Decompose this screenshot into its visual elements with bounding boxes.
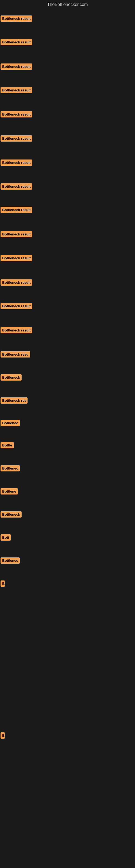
- bottleneck-badge-4[interactable]: Bottleneck result: [1, 87, 32, 93]
- bottleneck-item-10[interactable]: Bottleneck result: [1, 231, 32, 239]
- bottleneck-item-23[interactable]: Bott: [1, 534, 11, 542]
- bottleneck-badge-1[interactable]: Bottleneck result: [1, 16, 32, 22]
- bottleneck-item-13[interactable]: Bottleneck result: [1, 303, 32, 310]
- bottleneck-item-12[interactable]: Bottleneck result: [1, 279, 32, 287]
- bottleneck-badge-8[interactable]: Bottleneck result: [1, 183, 32, 190]
- bottleneck-item-6[interactable]: Bottleneck result: [1, 135, 32, 143]
- bottleneck-item-4[interactable]: Bottleneck result: [1, 87, 32, 94]
- bottleneck-badge-21[interactable]: Bottlene: [1, 488, 18, 495]
- bottleneck-item-17[interactable]: Bottleneck res: [1, 397, 28, 405]
- bottleneck-badge-23[interactable]: Bott: [1, 534, 11, 540]
- bottleneck-badge-10[interactable]: Bottleneck result: [1, 231, 32, 237]
- bottleneck-item-24[interactable]: Bottlenec: [1, 557, 20, 565]
- bottleneck-badge-22[interactable]: Bottleneck: [1, 511, 21, 518]
- bottleneck-badge-9[interactable]: Bottleneck result: [1, 207, 32, 213]
- bottleneck-badge-19[interactable]: Bottle: [1, 442, 14, 448]
- bottleneck-badge-12[interactable]: Bottleneck result: [1, 279, 32, 286]
- bottleneck-badge-15[interactable]: Bottleneck resu: [1, 351, 30, 358]
- site-title: TheBottlenecker.com: [0, 0, 135, 9]
- bottleneck-badge-16[interactable]: Bottleneck: [1, 374, 21, 380]
- bottleneck-badge-14[interactable]: Bottleneck result: [1, 327, 32, 333]
- bottleneck-item-11[interactable]: Bottleneck result: [1, 255, 32, 262]
- bottleneck-badge-2[interactable]: Bottleneck result: [1, 39, 32, 45]
- bottleneck-badge-24[interactable]: Bottlenec: [1, 557, 20, 564]
- bottleneck-item-16[interactable]: Bottleneck: [1, 374, 21, 382]
- bottleneck-badge-20[interactable]: Bottlenec: [1, 465, 20, 471]
- page-container: TheBottlenecker.com Bottleneck resultBot…: [0, 0, 135, 868]
- bottleneck-item-19[interactable]: Bottle: [1, 442, 14, 450]
- bottleneck-item-20[interactable]: Bottlenec: [1, 465, 20, 472]
- bottleneck-item-7[interactable]: Bottleneck result: [1, 159, 32, 167]
- bottleneck-badge-5[interactable]: Bottleneck result: [1, 111, 32, 118]
- bottleneck-item-8[interactable]: Bottleneck result: [1, 183, 32, 191]
- bottleneck-badge-6[interactable]: Bottleneck result: [1, 135, 32, 142]
- bottleneck-item-25[interactable]: B: [1, 581, 5, 588]
- bottleneck-item-1[interactable]: Bottleneck result: [1, 16, 32, 23]
- bottleneck-item-21[interactable]: Bottlene: [1, 488, 18, 496]
- bottleneck-badge-3[interactable]: Bottleneck result: [1, 63, 32, 70]
- bottleneck-badge-7[interactable]: Bottleneck result: [1, 159, 32, 166]
- bottleneck-item-22[interactable]: Bottleneck: [1, 511, 21, 519]
- bottleneck-badge-18[interactable]: Bottlenec: [1, 420, 20, 426]
- bottleneck-item-5[interactable]: Bottleneck result: [1, 111, 32, 119]
- bottleneck-item-3[interactable]: Bottleneck result: [1, 63, 32, 71]
- bottleneck-item-14[interactable]: Bottleneck result: [1, 327, 32, 335]
- bottleneck-badge-26[interactable]: B: [1, 733, 5, 739]
- bottleneck-item-18[interactable]: Bottlenec: [1, 420, 20, 427]
- bottleneck-item-15[interactable]: Bottleneck resu: [1, 351, 30, 359]
- bottleneck-badge-25[interactable]: B: [1, 581, 5, 587]
- bottleneck-item-26[interactable]: B: [1, 733, 5, 740]
- bottleneck-item-2[interactable]: Bottleneck result: [1, 39, 32, 46]
- bottleneck-badge-11[interactable]: Bottleneck result: [1, 255, 32, 261]
- bottleneck-badge-13[interactable]: Bottleneck result: [1, 303, 32, 309]
- bottleneck-item-9[interactable]: Bottleneck result: [1, 207, 32, 214]
- bottleneck-badge-17[interactable]: Bottleneck res: [1, 397, 28, 404]
